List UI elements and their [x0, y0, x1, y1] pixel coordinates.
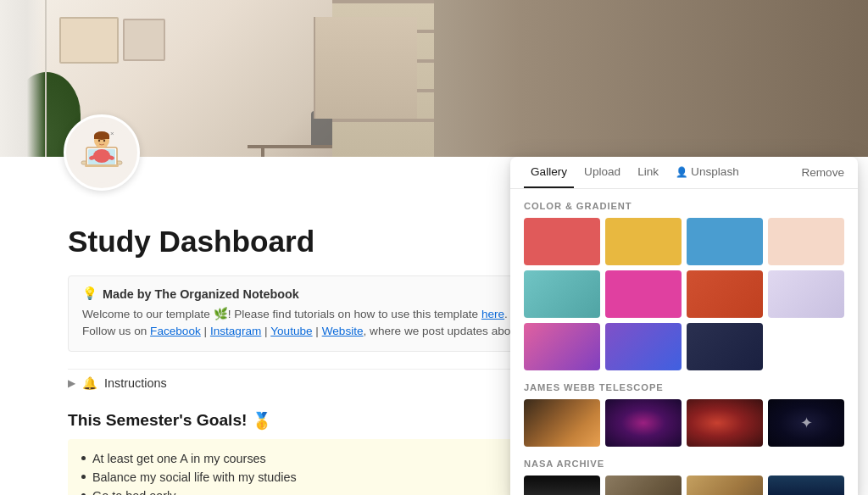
swatch-hot-pink[interactable] — [605, 270, 682, 318]
jwst-image-2[interactable] — [605, 399, 682, 447]
tab-unsplash[interactable]: 👤 Unsplash — [669, 157, 746, 188]
color-gradient-label: COLOR & GRADIENT — [524, 201, 844, 211]
tab-upload[interactable]: Upload — [577, 157, 627, 188]
goals-title: This Semester's Goals! — [68, 411, 247, 430]
facebook-link[interactable]: Facebook — [150, 325, 201, 337]
nasa-image-grid — [524, 476, 844, 495]
svg-point-8 — [98, 140, 100, 142]
swatch-golden-yellow[interactable] — [605, 218, 682, 265]
gallery-tab-label: Gallery — [531, 165, 567, 178]
instructions-icon: 🔔 — [82, 376, 97, 391]
website-link[interactable]: Website — [322, 325, 364, 337]
svg-rect-7 — [94, 136, 109, 139]
nasa-image-4[interactable] — [768, 476, 844, 495]
remove-button[interactable]: Remove — [801, 166, 844, 179]
here-link[interactable]: here — [481, 308, 504, 320]
main-content: × Study Dashboard 💡 Made by The Organize… — [0, 0, 868, 495]
instructions-label: Instructions — [104, 376, 167, 390]
tab-link[interactable]: Link — [631, 157, 665, 188]
nasa-image-1[interactable] — [524, 476, 600, 495]
instagram-link[interactable]: Instagram — [210, 325, 261, 337]
panel-tab-bar: Gallery Upload Link 👤 Unsplash Remove — [510, 157, 858, 189]
swatch-peach-light[interactable] — [768, 218, 844, 265]
swatch-purple-blue[interactable] — [605, 323, 682, 370]
avatar-section: × — [64, 114, 140, 191]
toggle-arrow-icon: ▶ — [68, 377, 75, 389]
youtube-link[interactable]: Youtube — [270, 325, 312, 337]
swatch-red-coral[interactable] — [524, 218, 600, 265]
jwst-image-grid — [524, 399, 844, 447]
lightbulb-icon: 💡 — [82, 286, 97, 301]
unsplash-person-icon: 👤 — [676, 166, 687, 178]
media-picker-panel: Gallery Upload Link 👤 Unsplash Remove CO… — [510, 157, 858, 495]
nasa-image-3[interactable] — [687, 476, 763, 495]
svg-point-9 — [103, 140, 105, 142]
svg-text:×: × — [110, 130, 114, 137]
avatar-illustration: × — [71, 122, 132, 183]
svg-point-10 — [93, 149, 110, 163]
svg-rect-4 — [85, 164, 119, 167]
swatch-sky-blue[interactable] — [687, 218, 763, 265]
color-swatch-grid — [524, 218, 844, 370]
swatch-pink-purple[interactable] — [524, 323, 600, 370]
jwst-image-3[interactable] — [687, 399, 763, 447]
nasa-label: NASA ARCHIVE — [524, 459, 844, 469]
jwst-image-4[interactable] — [768, 399, 844, 447]
bullet-icon — [81, 475, 86, 479]
swatch-lavender-grey[interactable] — [768, 270, 844, 318]
swatch-teal-gradient[interactable] — [524, 270, 600, 318]
nasa-image-2[interactable] — [605, 476, 682, 495]
jwst-image-1[interactable] — [524, 399, 600, 447]
panel-body: COLOR & GRADIENT JAMES WEBB TELESCOPE — [510, 189, 858, 495]
bullet-icon — [81, 456, 86, 460]
jwst-label: JAMES WEBB TELESCOPE — [524, 382, 844, 392]
upload-tab-label: Upload — [584, 165, 620, 178]
swatch-orange-red[interactable] — [687, 270, 763, 318]
tab-gallery[interactable]: Gallery — [524, 157, 574, 188]
avatar: × — [64, 114, 140, 191]
goals-icon: 🥇 — [252, 411, 272, 431]
unsplash-tab-label: Unsplash — [691, 165, 739, 178]
link-tab-label: Link — [637, 165, 659, 178]
swatch-dark-navy[interactable] — [687, 323, 763, 370]
